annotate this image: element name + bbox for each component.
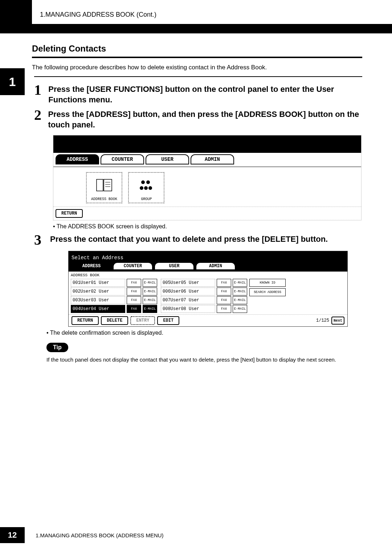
note-delete-confirmation: The delete confirmation screen is displa… bbox=[46, 330, 362, 336]
contact-name-cell[interactable]: 003User03 User bbox=[71, 296, 125, 304]
contact-column-right: 005User05 User FAX E-MAIL 006User06 User… bbox=[161, 279, 247, 314]
next-button[interactable]: Next bbox=[331, 317, 344, 325]
screenshot2-footer: RETURN DELETE ENTRY EDIT 1/125 Next bbox=[69, 314, 347, 326]
tip-badge: Tip bbox=[46, 343, 68, 352]
tab-address[interactable]: ADDRESS bbox=[56, 154, 99, 164]
address-book-button-label: ADDRESS BOOK bbox=[91, 197, 117, 201]
svg-point-6 bbox=[146, 180, 150, 184]
screenshot2-body: ADDRESS BOOK 001User01 User FAX E-MAIL 0… bbox=[69, 272, 347, 314]
contact-row: 003User03 User FAX E-MAIL bbox=[71, 296, 157, 304]
touch-panel-screenshot-2: Select an Address ADDRESS COUNTER USER A… bbox=[68, 251, 348, 327]
edit-button[interactable]: EDIT bbox=[157, 316, 179, 325]
breadcrumb: 1.MANAGING ADDRESS BOOK (Cont.) bbox=[40, 11, 156, 19]
search-address-button[interactable]: SEARCH ADDRESS bbox=[249, 288, 286, 296]
address-book-button[interactable]: ADDRESS BOOK bbox=[86, 172, 122, 203]
step-3-number: 3 bbox=[34, 233, 50, 247]
contact-name-cell[interactable]: 002User02 User bbox=[71, 288, 125, 296]
known-id-button[interactable]: KNOWN ID bbox=[249, 279, 286, 287]
tab-counter-2[interactable]: COUNTER bbox=[113, 262, 153, 270]
fax-button[interactable]: FAX bbox=[217, 288, 231, 296]
tab-user[interactable]: USER bbox=[146, 154, 189, 164]
contact-row: 005User05 User FAX E-MAIL bbox=[161, 279, 247, 287]
section-rule bbox=[32, 57, 362, 58]
tab-admin[interactable]: ADMIN bbox=[191, 154, 234, 164]
touch-panel-screenshot-1: ADDRESS COUNTER USER ADMIN ADDRESS BOOK … bbox=[53, 135, 362, 220]
contact-name-cell[interactable]: 007User07 User bbox=[161, 296, 215, 304]
email-button[interactable]: E-MAIL bbox=[233, 279, 247, 287]
delete-button[interactable]: DELETE bbox=[101, 316, 128, 325]
chapter-side-tab: 1 bbox=[0, 68, 25, 95]
note-address-book-displayed: The ADDRESS BOOK screen is displayed. bbox=[53, 223, 362, 230]
contact-name-cell[interactable]: 001User01 User bbox=[71, 279, 125, 287]
fax-button[interactable]: FAX bbox=[127, 305, 141, 313]
screenshot2-prompt: Select an Address bbox=[69, 251, 347, 262]
contact-row: 008User08 User FAX E-MAIL bbox=[161, 305, 247, 313]
svg-point-8 bbox=[144, 186, 148, 190]
contact-name-cell[interactable]: 005User05 User bbox=[161, 279, 215, 287]
group-button[interactable]: GROUP bbox=[128, 172, 164, 203]
intro-text: The following procedure describes how to… bbox=[32, 64, 362, 71]
fax-button[interactable]: FAX bbox=[217, 296, 231, 304]
screenshot1-tab-row: ADDRESS COUNTER USER ADMIN bbox=[53, 153, 361, 167]
contact-name-cell[interactable]: 006User06 User bbox=[161, 288, 215, 296]
email-button[interactable]: E-MAIL bbox=[143, 305, 157, 313]
page-footer: 12 1.MANAGING ADDRESS BOOK (ADDRESS MENU… bbox=[0, 527, 164, 543]
step-1: 1 Press the [USER FUNCTIONS] button on t… bbox=[34, 83, 362, 105]
screenshot1-blackbar bbox=[53, 135, 361, 153]
contact-name-cell[interactable]: 008User08 User bbox=[161, 305, 215, 313]
screenshot1-body: ADDRESS BOOK GROUP bbox=[53, 167, 361, 207]
screenshot2-tab-row: ADDRESS COUNTER USER ADMIN bbox=[69, 262, 347, 272]
return-button[interactable]: RETURN bbox=[56, 209, 83, 218]
step-3-text: Press the contact that you want to delet… bbox=[50, 233, 328, 247]
email-button[interactable]: E-MAIL bbox=[233, 296, 247, 304]
contact-row: 006User06 User FAX E-MAIL bbox=[161, 288, 247, 296]
page-number: 12 bbox=[0, 527, 25, 543]
tip-text: If the touch panel does not display the … bbox=[46, 356, 362, 363]
svg-point-5 bbox=[141, 180, 145, 184]
group-icon bbox=[129, 173, 164, 197]
step-1-number: 1 bbox=[34, 83, 48, 105]
svg-rect-0 bbox=[97, 179, 103, 191]
fax-button[interactable]: FAX bbox=[127, 296, 141, 304]
fax-button[interactable]: FAX bbox=[217, 279, 231, 287]
fax-button[interactable]: FAX bbox=[217, 305, 231, 313]
email-button[interactable]: E-MAIL bbox=[143, 288, 157, 296]
svg-point-7 bbox=[140, 186, 143, 190]
side-action-buttons: KNOWN ID SEARCH ADDRESS bbox=[249, 279, 286, 314]
fax-button[interactable]: FAX bbox=[127, 288, 141, 296]
step-2-text: Press the [ADDRESS] button, and then pre… bbox=[48, 109, 362, 130]
tab-admin-2[interactable]: ADMIN bbox=[196, 262, 236, 270]
email-button[interactable]: E-MAIL bbox=[143, 296, 157, 304]
step-2: 2 Press the [ADDRESS] button, and then p… bbox=[34, 109, 362, 130]
tab-user-2[interactable]: USER bbox=[154, 262, 194, 270]
contact-row: 001User01 User FAX E-MAIL bbox=[71, 279, 157, 287]
contact-row: 007User07 User FAX E-MAIL bbox=[161, 296, 247, 304]
section-title: Deleting Contacts bbox=[32, 44, 362, 54]
svg-point-9 bbox=[148, 186, 152, 190]
contact-row: 002User02 User FAX E-MAIL bbox=[71, 288, 157, 296]
email-button[interactable]: E-MAIL bbox=[233, 305, 247, 313]
contact-column-left: 001User01 User FAX E-MAIL 002User02 User… bbox=[71, 279, 157, 314]
entry-button[interactable]: ENTRY bbox=[130, 316, 155, 325]
screenshot1-footer: RETURN bbox=[53, 207, 361, 220]
tab-address-2[interactable]: ADDRESS bbox=[72, 262, 111, 270]
step-3: 3 Press the contact that you want to del… bbox=[34, 233, 362, 247]
tab-counter[interactable]: COUNTER bbox=[101, 154, 144, 164]
address-book-list-label: ADDRESS BOOK bbox=[71, 273, 345, 277]
contact-name-cell-selected[interactable]: 004User04 User bbox=[71, 305, 125, 313]
intro-rule bbox=[34, 76, 362, 77]
svg-rect-1 bbox=[104, 179, 112, 191]
step-2-number: 2 bbox=[34, 109, 48, 130]
email-button[interactable]: E-MAIL bbox=[233, 288, 247, 296]
page-indicator: 1/125 bbox=[316, 318, 329, 323]
fax-button[interactable]: FAX bbox=[127, 279, 141, 287]
contact-row: 004User04 User FAX E-MAIL bbox=[71, 305, 157, 313]
return-button-2[interactable]: RETURN bbox=[72, 316, 99, 325]
email-button[interactable]: E-MAIL bbox=[143, 279, 157, 287]
address-book-icon bbox=[87, 173, 122, 197]
page-content: Deleting Contacts The following procedur… bbox=[32, 44, 362, 363]
step-1-text: Press the [USER FUNCTIONS] button on the… bbox=[48, 83, 362, 105]
footer-text: 1.MANAGING ADDRESS BOOK (ADDRESS MENU) bbox=[36, 532, 164, 538]
group-button-label: GROUP bbox=[141, 197, 152, 201]
